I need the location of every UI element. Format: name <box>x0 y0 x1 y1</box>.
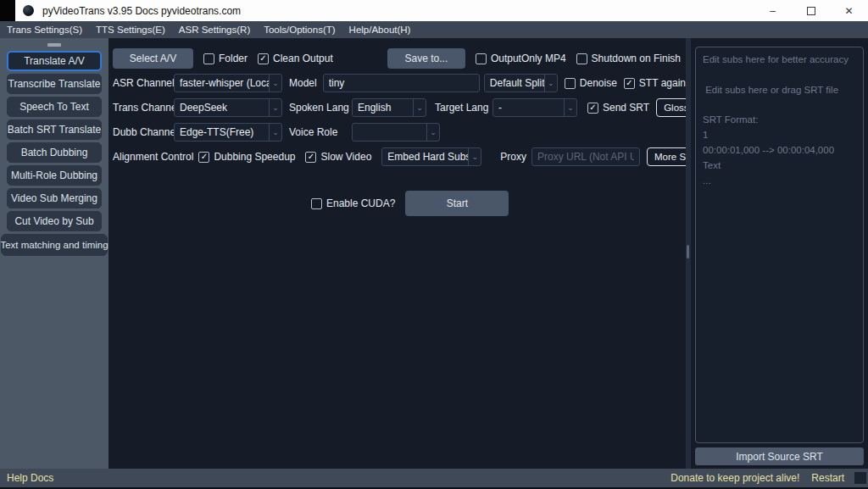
model-input[interactable] <box>323 74 480 92</box>
target-lang-label: Target Lang <box>435 102 487 114</box>
menu-asr-settings[interactable]: ASR Settings(R) <box>179 25 250 35</box>
start-button[interactable]: Start <box>405 191 509 216</box>
sidebar-item-label: Transcribe Translate <box>8 78 101 90</box>
row-asr: ASR Channel faster-whisper (Local) ⌄ Mod… <box>113 73 686 93</box>
app-body: Translate A/V Transcribe Translate Speec… <box>0 38 868 469</box>
row-translate: Trans Channel DeepSeek ⌄ Spoken Lang Eng… <box>113 97 686 118</box>
sidebar-item-multi-role-dubbing[interactable]: Multi-Role Dubbing <box>7 165 102 186</box>
statusbar-right: Donate to keep project alive! Restart <box>670 472 844 484</box>
alignment-control-label: Alignment Control <box>113 151 193 163</box>
trans-channel-label: Trans Channel <box>113 102 169 114</box>
folder-checkbox[interactable]: Folder <box>203 53 248 64</box>
sidebar: Translate A/V Transcribe Translate Speec… <box>0 38 108 469</box>
model-label: Model <box>289 77 317 89</box>
send-srt-checkbox[interactable]: ✓ Send SRT <box>587 102 649 114</box>
sidebar-item-label: Multi-Role Dubbing <box>11 169 97 181</box>
sidebar-item-transcribe-translate[interactable]: Transcribe Translate <box>7 74 102 94</box>
chevron-down-icon: ⌄ <box>269 99 281 116</box>
menu-tools-options[interactable]: Tools/Options(T) <box>264 25 335 35</box>
chevron-down-icon: ⌄ <box>468 148 481 165</box>
checkbox-box <box>311 198 322 209</box>
enable-cuda-checkbox[interactable]: Enable CUDA? <box>311 197 395 209</box>
app-icon <box>23 5 34 16</box>
asr-channel-select[interactable]: faster-whisper (Local) ⌄ <box>174 74 282 92</box>
close-button[interactable]: ✕ <box>830 0 868 21</box>
subtitle-panel: Edit subs here for better accuracy Edit … <box>691 38 868 469</box>
chevron-down-icon: ⌄ <box>413 99 426 116</box>
import-source-srt-button[interactable]: Import Source SRT <box>695 447 864 465</box>
checkbox-box: ✓ <box>624 78 635 89</box>
sidebar-item-label: Video Sub Merging <box>11 192 97 204</box>
chevron-down-icon: ⌄ <box>544 75 557 92</box>
checkbox-box: ✓ <box>198 152 209 163</box>
maximize-button[interactable] <box>792 0 830 21</box>
asr-channel-label: ASR Channel <box>113 77 169 89</box>
checkbox-box <box>203 53 214 64</box>
row-start: Enable CUDA? Start <box>311 191 686 216</box>
proxy-label: Proxy <box>500 151 526 163</box>
resize-grip[interactable] <box>854 472 866 484</box>
checkbox-box <box>576 53 587 64</box>
checkbox-box <box>476 53 487 64</box>
spoken-lang-select[interactable]: English ⌄ <box>352 98 426 117</box>
statusbar: Help Docs Donate to keep project alive! … <box>0 469 868 487</box>
sidebar-item-batch-srt-translate[interactable]: Batch SRT Translate <box>7 119 102 140</box>
select-av-button[interactable]: Select A/V <box>113 48 193 69</box>
maximize-icon <box>807 7 815 15</box>
slow-video-checkbox[interactable]: ✓ Slow Video <box>305 151 371 163</box>
dubbing-speedup-checkbox[interactable]: ✓ Dubbing Speedup <box>198 151 295 163</box>
sidebar-item-label: Translate A/V <box>24 55 85 67</box>
chevron-down-icon: ⌄ <box>564 99 576 116</box>
sidebar-item-translate-av[interactable]: Translate A/V <box>7 51 102 71</box>
titlebar: pyVideoTrans v3.95 Docs pyvideotrans.com… <box>0 0 868 21</box>
chevron-down-icon: ⌄ <box>426 124 439 141</box>
help-docs-link[interactable]: Help Docs <box>7 472 53 484</box>
sidebar-drag-handle[interactable] <box>47 43 61 47</box>
sidebar-item-speech-to-text[interactable]: Speech To Text <box>7 97 102 117</box>
close-icon: ✕ <box>844 5 853 17</box>
window-edge <box>0 0 15 21</box>
menu-trans-settings[interactable]: Trans Settings(S) <box>7 25 82 35</box>
panel-splitter[interactable] <box>686 38 691 469</box>
sidebar-item-video-sub-merging[interactable]: Video Sub Merging <box>7 188 102 208</box>
save-to-button[interactable]: Save to... <box>387 48 465 69</box>
checkbox-box <box>565 78 576 89</box>
denoise-checkbox[interactable]: Denoise <box>565 77 617 89</box>
clean-output-checkbox[interactable]: ✓ Clean Output <box>258 53 333 64</box>
window-controls: – ✕ <box>754 0 868 21</box>
menu-help-about[interactable]: Help/About(H) <box>349 25 411 35</box>
output-only-mp4-checkbox[interactable]: OutputOnly MP4 <box>476 53 566 64</box>
main-form: Select A/V Folder ✓ Clean Output Save to… <box>108 38 686 469</box>
proxy-input[interactable] <box>531 147 640 166</box>
dubb-channel-select[interactable]: Edge-TTS(Free) ⌄ <box>174 123 282 142</box>
sidebar-item-cut-video-by-sub[interactable]: Cut Video by Sub <box>7 211 102 231</box>
voice-role-label: Voice Role <box>289 126 347 138</box>
sidebar-item-label: Batch Dubbing <box>21 147 88 158</box>
sidebar-item-label: Cut Video by Sub <box>14 215 93 227</box>
split-mode-select[interactable]: Default Split ⌄ <box>484 74 558 92</box>
shutdown-on-finish-checkbox[interactable]: Shutdown on Finish <box>576 53 681 64</box>
menu-tts-settings[interactable]: TTS Settings(E) <box>96 25 165 35</box>
minimize-icon: – <box>770 5 776 17</box>
target-lang-select[interactable]: - ⌄ <box>492 98 577 117</box>
trans-channel-select[interactable]: DeepSeek ⌄ <box>174 98 282 117</box>
sidebar-item-label: Speech To Text <box>19 101 89 113</box>
menubar: Trans Settings(S) TTS Settings(E) ASR Se… <box>0 21 868 38</box>
subtitle-editor[interactable]: Edit subs here for better accuracy Edit … <box>695 47 864 443</box>
stt-again-checkbox[interactable]: ✓ STT again <box>624 77 686 89</box>
restart-link[interactable]: Restart <box>811 472 844 484</box>
voice-role-select[interactable]: ⌄ <box>352 123 440 142</box>
dubb-channel-label: Dubb Channel <box>113 126 169 138</box>
donate-link[interactable]: Donate to keep project alive! <box>670 472 799 484</box>
sidebar-item-batch-dubbing[interactable]: Batch Dubbing <box>7 142 102 163</box>
checkbox-box: ✓ <box>587 103 598 114</box>
output-options-group: Save to... OutputOnly MP4 Shutdown on Fi… <box>387 48 681 69</box>
sidebar-item-label: Batch SRT Translate <box>8 124 101 136</box>
row-alignment: Alignment Control ✓ Dubbing Speedup ✓ Sl… <box>113 147 686 167</box>
embed-subs-select[interactable]: Embed Hard Subs ⌄ <box>381 147 481 166</box>
sidebar-item-text-matching[interactable]: Text matching and timing <box>1 234 108 256</box>
checkbox-box: ✓ <box>258 53 269 64</box>
spoken-lang-label: Spoken Lang <box>289 102 347 114</box>
row-source: Select A/V Folder ✓ Clean Output Save to… <box>113 48 686 69</box>
minimize-button[interactable]: – <box>754 0 792 21</box>
